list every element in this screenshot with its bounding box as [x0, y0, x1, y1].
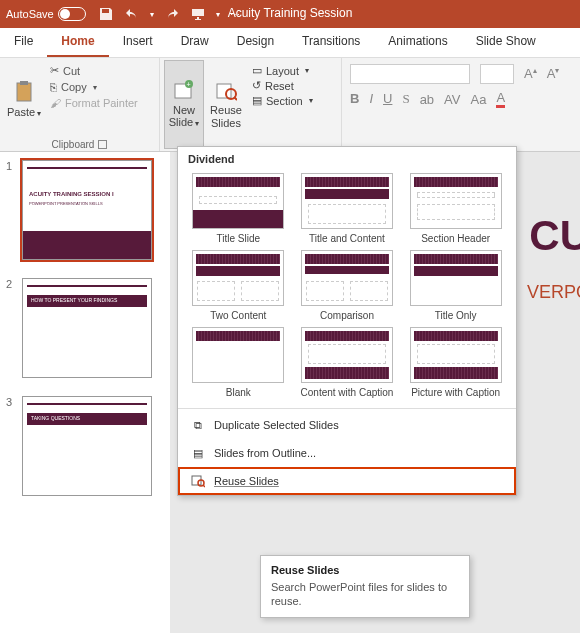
reuse-slides-icon [215, 80, 237, 102]
undo-dropdown[interactable]: ▾ [150, 10, 154, 19]
bold-button[interactable]: B [350, 91, 359, 107]
reset-button[interactable]: ↺Reset [252, 79, 313, 92]
italic-button[interactable]: I [369, 91, 373, 107]
svg-text:+: + [187, 81, 191, 88]
copy-icon: ⎘ [50, 81, 57, 93]
paste-button[interactable]: Paste [4, 60, 44, 138]
thumb-number: 2 [6, 278, 16, 378]
reset-icon: ↺ [252, 79, 261, 92]
ribbon: Paste ✂Cut ⎘Copy 🖌Format Painter Clipboa… [0, 58, 580, 152]
svg-rect-1 [20, 81, 28, 85]
brush-icon: 🖌 [50, 97, 61, 109]
slides-from-outline-item[interactable]: ▤ Slides from Outline... [178, 439, 516, 467]
layout-section-header[interactable]: Section Header [405, 173, 506, 244]
tab-home[interactable]: Home [47, 28, 108, 57]
grow-font-button[interactable]: A▴ [524, 66, 537, 81]
clipboard-dialog-launcher[interactable] [98, 140, 107, 149]
present-icon[interactable] [190, 6, 206, 22]
strike-button[interactable]: S [402, 91, 409, 107]
layout-comparison[interactable]: Comparison [297, 250, 398, 321]
tab-design[interactable]: Design [223, 28, 288, 57]
layout-button[interactable]: ▭Layout [252, 64, 313, 77]
theme-name: Dividend [178, 147, 516, 171]
layout-picture-caption[interactable]: Picture with Caption [405, 327, 506, 398]
slide-subtitle-fragment: VERPO [527, 282, 580, 303]
new-slide-icon: + [173, 80, 195, 102]
shadow-button[interactable]: ab [420, 92, 434, 107]
svg-rect-5 [217, 84, 231, 98]
font-name-input[interactable] [350, 64, 470, 84]
slide-thumbnail-1[interactable]: ACUITY TRAINING SESSION I POWERPOINT PRE… [22, 160, 152, 260]
layout-title-slide[interactable]: Title Slide [188, 173, 289, 244]
format-painter-button[interactable]: 🖌Format Painter [50, 97, 138, 109]
svg-line-10 [203, 485, 205, 487]
undo-icon[interactable] [124, 6, 140, 22]
tab-insert[interactable]: Insert [109, 28, 167, 57]
underline-button[interactable]: U [383, 91, 392, 107]
cut-button[interactable]: ✂Cut [50, 64, 138, 77]
layout-blank[interactable]: Blank [188, 327, 289, 398]
thumb-number: 3 [6, 396, 16, 496]
redo-icon[interactable] [164, 6, 180, 22]
duplicate-icon: ⧉ [190, 417, 206, 433]
autosave-toggle[interactable]: AutoSave [6, 7, 86, 21]
svg-line-7 [234, 97, 237, 100]
section-button[interactable]: ▤Section [252, 94, 313, 107]
char-spacing-button[interactable]: AV [444, 92, 460, 107]
reuse-slides-tooltip: Reuse Slides Search PowerPoint files for… [260, 555, 470, 618]
layout-icon: ▭ [252, 64, 262, 77]
slide-title-fragment: CU [529, 212, 580, 260]
layout-title-content[interactable]: Title and Content [297, 173, 398, 244]
copy-button[interactable]: ⎘Copy [50, 81, 138, 93]
ribbon-tabs: File Home Insert Draw Design Transitions… [0, 28, 580, 58]
font-color-button[interactable]: A [496, 90, 505, 108]
layout-title-only[interactable]: Title Only [405, 250, 506, 321]
svg-rect-0 [17, 83, 31, 101]
scissors-icon: ✂ [50, 64, 59, 77]
title-bar: AutoSave ▾ ▾ ⋯ Acuity Training Session [0, 0, 580, 28]
shrink-font-button[interactable]: A▾ [547, 66, 560, 81]
reuse-icon [190, 473, 206, 489]
new-slide-button[interactable]: + New Slide [164, 60, 204, 149]
slide-thumbnail-3[interactable]: TAKING QUESTIONS [22, 396, 152, 496]
outline-icon: ▤ [190, 445, 206, 461]
duplicate-slides-item[interactable]: ⧉ Duplicate Selected Slides [178, 411, 516, 439]
tab-animations[interactable]: Animations [374, 28, 461, 57]
tab-slideshow[interactable]: Slide Show [462, 28, 550, 57]
font-size-input[interactable] [480, 64, 514, 84]
clipboard-icon [14, 80, 34, 104]
slide-thumbnail-2[interactable]: HOW TO PRESENT YOUR FINDINGS [22, 278, 152, 378]
present-dropdown[interactable]: ▾ [216, 10, 220, 19]
section-icon: ▤ [252, 94, 262, 107]
layout-two-content[interactable]: Two Content [188, 250, 289, 321]
layout-content-caption[interactable]: Content with Caption [297, 327, 398, 398]
reuse-slides-button[interactable]: Reuse Slides [206, 60, 246, 149]
document-title: Acuity Training Session [228, 6, 353, 20]
reuse-slides-item[interactable]: Reuse Slides [178, 467, 516, 495]
slide-thumbnails-pane: 1 ACUITY TRAINING SESSION I POWERPOINT P… [0, 152, 170, 633]
save-icon[interactable] [98, 6, 114, 22]
tab-transitions[interactable]: Transitions [288, 28, 374, 57]
thumb-number: 1 [6, 160, 16, 260]
new-slide-dropdown: Dividend Title Slide Title and Content S… [177, 146, 517, 496]
tab-draw[interactable]: Draw [167, 28, 223, 57]
tab-file[interactable]: File [0, 28, 47, 57]
change-case-button[interactable]: Aa [471, 92, 487, 107]
